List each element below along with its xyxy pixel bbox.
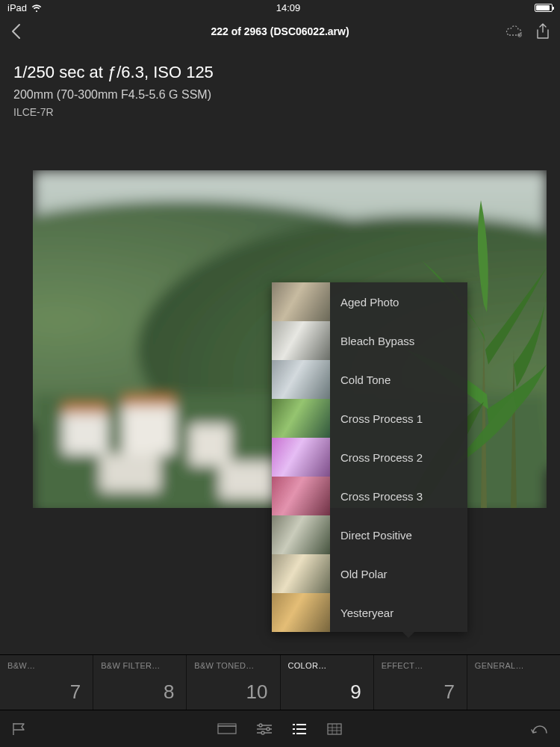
- category-tab[interactable]: GENERAL…: [467, 655, 560, 710]
- wifi-icon: [31, 2, 42, 13]
- category-label: COLOR…: [288, 661, 366, 670]
- share-button[interactable]: [536, 23, 550, 40]
- preset-label: Direct Positive: [330, 529, 412, 542]
- crop-button[interactable]: [326, 722, 343, 736]
- status-bar: iPad 14:09: [0, 0, 560, 15]
- category-count: 8: [101, 681, 178, 704]
- battery-icon: [535, 4, 553, 12]
- svg-rect-8: [100, 454, 160, 492]
- category-count: 7: [7, 681, 85, 704]
- preset-label: Cold Tone: [330, 374, 391, 386]
- back-button[interactable]: [10, 23, 21, 40]
- cloud-sync-icon[interactable]: [505, 25, 523, 38]
- preset-item[interactable]: Cross Process 2: [272, 438, 467, 477]
- clock: 14:09: [276, 2, 301, 13]
- adjust-sliders-button[interactable]: [256, 723, 273, 735]
- category-tab[interactable]: B&W FILTER…8: [93, 655, 187, 710]
- preset-item[interactable]: Cold Tone: [272, 360, 467, 399]
- preset-item[interactable]: Direct Positive: [272, 515, 467, 554]
- presets-button[interactable]: [292, 723, 307, 735]
- filmstrip-button[interactable]: [217, 723, 237, 735]
- preset-item[interactable]: Cross Process 1: [272, 399, 467, 438]
- category-count: 7: [382, 681, 459, 704]
- svg-rect-6: [122, 402, 175, 454]
- svg-point-16: [261, 731, 264, 734]
- category-label: B&W FILTER…: [101, 661, 178, 670]
- category-tab[interactable]: B&W…7: [0, 655, 93, 710]
- preset-item[interactable]: Cross Process 3: [272, 477, 467, 515]
- preset-thumbnail: [272, 438, 330, 477]
- preset-item[interactable]: Bleach Bypass: [272, 321, 467, 360]
- preset-thumbnail: [272, 477, 330, 515]
- category-tab[interactable]: COLOR…9: [281, 655, 374, 710]
- preset-label: Cross Process 1: [330, 412, 423, 425]
- svg-point-15: [267, 728, 270, 731]
- svg-rect-7: [190, 424, 231, 465]
- svg-rect-12: [218, 726, 236, 734]
- preset-thumbnail: [272, 554, 330, 593]
- photo-metadata: 1/250 sec at ƒ/6.3, ISO 125 200mm (70-30…: [0, 48, 560, 125]
- preset-thumbnail: [272, 282, 330, 321]
- preset-label: Cross Process 3: [330, 490, 423, 503]
- nav-bar: 222 of 2963 (DSC06022.arw): [0, 15, 560, 48]
- preset-item[interactable]: Old Polar: [272, 554, 467, 593]
- svg-point-14: [259, 724, 262, 727]
- category-label: GENERAL…: [475, 661, 553, 670]
- lens-info: 200mm (70-300mm F4.5-5.6 G SSM): [13, 88, 547, 102]
- preset-thumbnail: [272, 593, 330, 632]
- camera-model: ILCE-7R: [13, 106, 547, 118]
- preset-label: Aged Photo: [330, 296, 399, 309]
- category-label: B&W TONED…: [194, 661, 272, 670]
- category-count: 10: [194, 681, 272, 704]
- preset-popup: Aged PhotoBleach BypassCold ToneCross Pr…: [272, 282, 467, 632]
- preset-thumbnail: [272, 360, 330, 399]
- preset-item[interactable]: Yesteryear: [272, 593, 467, 632]
- category-tab[interactable]: EFFECT…7: [374, 655, 467, 710]
- category-tab[interactable]: B&W TONED…10: [187, 655, 280, 710]
- category-label: B&W…: [7, 661, 85, 670]
- preset-label: Cross Process 2: [330, 451, 423, 464]
- svg-rect-13: [218, 724, 236, 726]
- svg-rect-5: [63, 409, 108, 454]
- category-count: 9: [288, 681, 366, 704]
- preset-thumbnail: [272, 515, 330, 554]
- undo-button[interactable]: [530, 723, 548, 735]
- preset-thumbnail: [272, 399, 330, 438]
- svg-rect-17: [328, 724, 341, 734]
- preset-label: Old Polar: [330, 568, 388, 580]
- exposure-info: 1/250 sec at ƒ/6.3, ISO 125: [13, 63, 547, 82]
- svg-rect-10: [63, 403, 108, 414]
- photo-preview[interactable]: Aged PhotoBleach BypassCold ToneCross Pr…: [33, 170, 547, 508]
- preset-label: Yesteryear: [330, 607, 393, 619]
- bottom-toolbar: [0, 710, 560, 747]
- page-title: 222 of 2963 (DSC06022.arw): [70, 25, 490, 37]
- preset-thumbnail: [272, 321, 330, 360]
- device-label: iPad: [7, 2, 27, 13]
- svg-rect-11: [122, 396, 175, 406]
- preset-label: Bleach Bypass: [330, 335, 414, 347]
- category-label: EFFECT…: [382, 661, 459, 670]
- flag-button[interactable]: [12, 722, 28, 736]
- preset-item[interactable]: Aged Photo: [272, 282, 467, 321]
- category-strip: B&W…7B&W FILTER…8B&W TONED…10COLOR…9EFFE…: [0, 654, 560, 710]
